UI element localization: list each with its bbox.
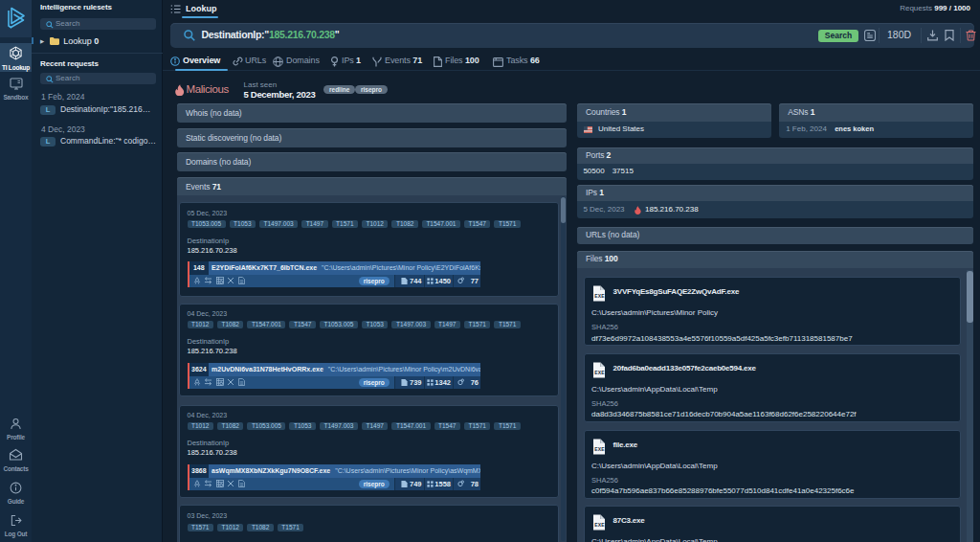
svg-text:EXE: EXE [594,446,605,452]
svg-text:EXE: EXE [594,370,605,375]
svg-text:EXE: EXE [594,293,605,299]
svg-text:EXE: EXE [594,522,605,528]
